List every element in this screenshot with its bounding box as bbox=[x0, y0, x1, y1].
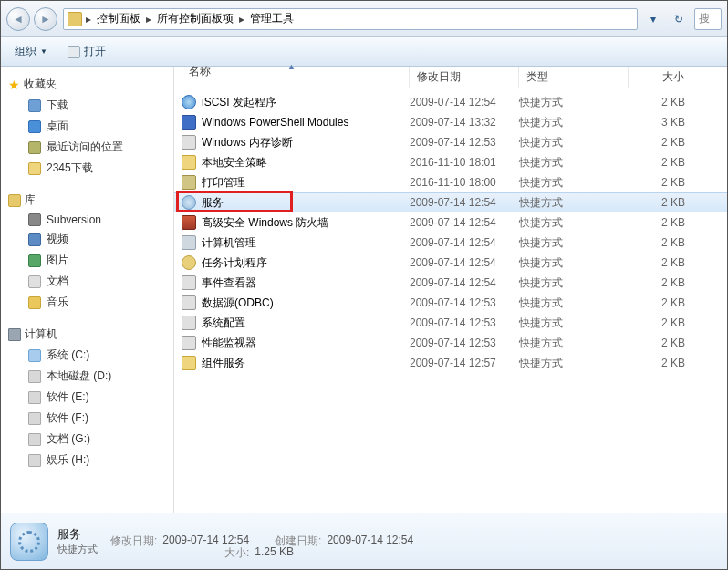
file-icon bbox=[182, 356, 196, 370]
crumb-all-items[interactable]: 所有控制面板项 bbox=[151, 11, 239, 26]
nav-drive-d[interactable]: 本地磁盘 (D:) bbox=[5, 366, 170, 387]
file-name: 系统配置 bbox=[202, 316, 245, 331]
file-date: 2009-07-14 12:54 bbox=[410, 196, 519, 209]
computer-icon bbox=[8, 328, 21, 341]
location-icon bbox=[68, 12, 82, 26]
file-row[interactable]: Windows PowerShell Modules2009-07-14 13:… bbox=[174, 112, 727, 132]
file-type: 快捷方式 bbox=[519, 155, 629, 171]
file-type: 快捷方式 bbox=[519, 115, 629, 130]
forward-button[interactable]: ► bbox=[34, 7, 57, 31]
favorites-header[interactable]: ★收藏夹 bbox=[5, 74, 170, 95]
nav-documents[interactable]: 文档 bbox=[5, 271, 170, 292]
col-date[interactable]: 修改日期 bbox=[410, 67, 519, 88]
drive-icon bbox=[28, 412, 41, 425]
file-row[interactable]: 系统配置2009-07-14 12:53快捷方式2 KB bbox=[174, 313, 727, 333]
col-name[interactable]: ▲名称 bbox=[174, 67, 410, 88]
crumb-control-panel[interactable]: 控制面板 bbox=[91, 11, 146, 26]
chevron-down-icon: ▼ bbox=[40, 47, 47, 56]
file-date: 2016-11-10 18:01 bbox=[410, 156, 519, 169]
computer-header[interactable]: 计算机 bbox=[5, 324, 170, 345]
file-type: 快捷方式 bbox=[519, 295, 629, 311]
nav-recent[interactable]: 最近访问的位置 bbox=[5, 137, 170, 158]
file-size: 2 KB bbox=[629, 156, 692, 169]
favorites-group: ★收藏夹 下载 桌面 最近访问的位置 2345下载 bbox=[5, 74, 170, 179]
organize-button[interactable]: 组织 ▼ bbox=[6, 40, 56, 63]
nav-subversion[interactable]: Subversion bbox=[5, 211, 170, 229]
file-size: 2 KB bbox=[629, 296, 692, 309]
file-size: 3 KB bbox=[629, 116, 692, 129]
file-type: 快捷方式 bbox=[519, 275, 629, 291]
file-icon bbox=[182, 195, 196, 210]
column-headers[interactable]: ▲名称 修改日期 类型 大小 bbox=[174, 67, 727, 88]
file-icon bbox=[182, 235, 196, 250]
nav-desktop[interactable]: 桌面 bbox=[5, 116, 170, 137]
nav-music[interactable]: 音乐 bbox=[5, 292, 170, 313]
services-icon bbox=[10, 523, 48, 561]
crumb-admin-tools[interactable]: 管理工具 bbox=[244, 11, 299, 26]
file-date: 2009-07-14 12:54 bbox=[410, 276, 519, 289]
file-row[interactable]: 本地安全策略2016-11-10 18:01快捷方式2 KB bbox=[174, 152, 727, 172]
recent-icon bbox=[28, 141, 41, 154]
file-icon bbox=[182, 115, 196, 130]
search-placeholder: 搜 bbox=[699, 11, 710, 26]
file-date: 2016-11-10 18:00 bbox=[410, 176, 519, 189]
col-type[interactable]: 类型 bbox=[519, 67, 629, 88]
file-row[interactable]: 任务计划程序2009-07-14 12:54快捷方式2 KB bbox=[174, 253, 727, 273]
file-name: iSCSI 发起程序 bbox=[202, 95, 276, 110]
nav-drive-g[interactable]: 文档 (G:) bbox=[5, 429, 170, 450]
nav-drive-c[interactable]: 系统 (C:) bbox=[5, 345, 170, 366]
file-icon bbox=[182, 135, 196, 150]
library-header[interactable]: 库 bbox=[5, 190, 170, 211]
drive-icon bbox=[28, 454, 41, 467]
nav-downloads[interactable]: 下载 bbox=[5, 95, 170, 116]
file-row[interactable]: 高级安全 Windows 防火墙2009-07-14 12:54快捷方式2 KB bbox=[174, 212, 727, 233]
pictures-icon bbox=[28, 254, 41, 267]
explorer-window: ◄ ► ▸ 控制面板 ▸ 所有控制面板项 ▸ 管理工具 ▾ ↻ 搜 组织 ▼ 打… bbox=[0, 0, 728, 570]
file-icon bbox=[182, 215, 196, 230]
file-type: 快捷方式 bbox=[519, 95, 629, 110]
file-date: 2009-07-14 12:53 bbox=[410, 296, 519, 309]
svn-icon bbox=[28, 213, 41, 226]
nav-drive-e[interactable]: 软件 (E:) bbox=[5, 387, 170, 408]
file-name: 任务计划程序 bbox=[202, 255, 267, 271]
file-size: 2 KB bbox=[629, 176, 692, 189]
file-row[interactable]: 组件服务2009-07-14 12:57快捷方式2 KB bbox=[174, 353, 727, 373]
back-button[interactable]: ◄ bbox=[6, 7, 30, 31]
col-size[interactable]: 大小 bbox=[629, 67, 692, 88]
file-size: 2 KB bbox=[629, 196, 692, 209]
open-button[interactable]: 打开 bbox=[59, 40, 114, 63]
file-row[interactable]: 性能监视器2009-07-14 12:53快捷方式2 KB bbox=[174, 333, 727, 353]
details-pane: 服务 快捷方式 修改日期:2009-07-14 12:54 创建日期:2009-… bbox=[1, 513, 727, 569]
file-list[interactable]: iSCSI 发起程序2009-07-14 12:54快捷方式2 KBWindow… bbox=[174, 88, 727, 513]
navigation-pane[interactable]: ★收藏夹 下载 桌面 最近访问的位置 2345下载 库 Subversion 视… bbox=[1, 67, 174, 513]
refresh-icon[interactable]: ↻ bbox=[669, 9, 689, 29]
music-icon bbox=[28, 296, 41, 309]
nav-pictures[interactable]: 图片 bbox=[5, 250, 170, 271]
file-name: 高级安全 Windows 防火墙 bbox=[202, 215, 328, 231]
file-row[interactable]: Windows 内存诊断2009-07-14 12:53快捷方式2 KB bbox=[174, 132, 727, 152]
file-icon bbox=[182, 316, 196, 330]
search-input[interactable]: 搜 bbox=[694, 8, 722, 30]
content-pane: ▲名称 修改日期 类型 大小 iSCSI 发起程序2009-07-14 12:5… bbox=[174, 67, 727, 513]
file-row[interactable]: iSCSI 发起程序2009-07-14 12:54快捷方式2 KB bbox=[174, 92, 727, 112]
file-date: 2009-07-14 12:54 bbox=[410, 96, 519, 109]
file-row[interactable]: 事件查看器2009-07-14 12:54快捷方式2 KB bbox=[174, 273, 727, 293]
nav-videos[interactable]: 视频 bbox=[5, 229, 170, 250]
nav-2345[interactable]: 2345下载 bbox=[5, 158, 170, 179]
file-name: Windows PowerShell Modules bbox=[202, 116, 348, 129]
computer-group: 计算机 系统 (C:) 本地磁盘 (D:) 软件 (E:) 软件 (F:) 文档… bbox=[5, 324, 170, 471]
file-type: 快捷方式 bbox=[519, 135, 629, 150]
file-date: 2009-07-14 12:53 bbox=[410, 316, 519, 329]
file-row[interactable]: 服务2009-07-14 12:54快捷方式2 KB bbox=[174, 192, 727, 212]
file-row[interactable]: 数据源(ODBC)2009-07-14 12:53快捷方式2 KB bbox=[174, 293, 727, 313]
file-type: 快捷方式 bbox=[519, 336, 629, 351]
file-row[interactable]: 计算机管理2009-07-14 12:54快捷方式2 KB bbox=[174, 233, 727, 253]
address-dropdown-icon[interactable]: ▾ bbox=[643, 9, 663, 29]
breadcrumb[interactable]: ▸ 控制面板 ▸ 所有控制面板项 ▸ 管理工具 bbox=[63, 8, 638, 30]
toolbar: 组织 ▼ 打开 bbox=[1, 37, 727, 67]
file-size: 2 KB bbox=[629, 357, 692, 369]
file-row[interactable]: 打印管理2016-11-10 18:00快捷方式2 KB bbox=[174, 172, 727, 192]
nav-drive-h[interactable]: 娱乐 (H:) bbox=[5, 450, 170, 471]
nav-drive-f[interactable]: 软件 (F:) bbox=[5, 408, 170, 429]
file-size: 2 KB bbox=[629, 96, 692, 109]
